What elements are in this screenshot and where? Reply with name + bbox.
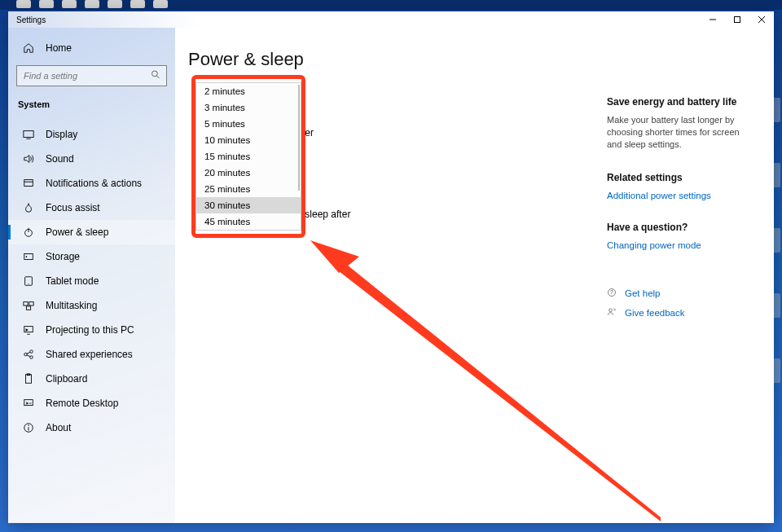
annotation-highlight-box: 2 minutes 3 minutes 5 minutes 10 minutes… xyxy=(191,75,305,238)
search-input[interactable] xyxy=(16,65,167,86)
energy-heading: Save energy and battery life xyxy=(607,96,749,108)
sidebar-item-tablet-mode[interactable]: Tablet mode xyxy=(8,269,175,293)
sidebar-item-about[interactable]: About xyxy=(8,415,175,440)
dropdown-option[interactable]: 25 minutes xyxy=(196,181,301,197)
svg-point-15 xyxy=(28,284,29,284)
dropdown-option[interactable]: 3 minutes xyxy=(196,99,301,116)
sidebar-item-label: Remote Desktop xyxy=(46,398,118,409)
power-icon xyxy=(23,226,34,238)
window-maximize-button[interactable] xyxy=(725,11,749,28)
dropdown-option[interactable]: 20 minutes xyxy=(196,165,301,181)
taskbar-icon[interactable] xyxy=(16,0,31,8)
desktop-taskbar-top xyxy=(0,0,782,10)
svg-line-24 xyxy=(27,355,30,357)
sidebar-item-projecting[interactable]: Projecting to this PC xyxy=(8,318,175,342)
taskbar-icon[interactable] xyxy=(108,0,122,8)
sidebar-home-label: Home xyxy=(46,42,72,54)
additional-power-settings-link[interactable]: Additional power settings xyxy=(607,191,711,200)
svg-rect-1 xyxy=(735,17,740,23)
sidebar-item-sound[interactable]: Sound xyxy=(8,147,175,171)
related-heading: Related settings xyxy=(607,172,749,183)
sidebar-item-storage[interactable]: Storage xyxy=(8,244,175,269)
svg-rect-19 xyxy=(24,327,33,332)
dropdown-option[interactable]: 5 minutes xyxy=(196,116,301,132)
dropdown-scrollbar[interactable] xyxy=(298,85,300,191)
sidebar-item-label: Shared experiences xyxy=(46,349,133,360)
window-title: Settings xyxy=(16,15,46,24)
taskbar-icon[interactable] xyxy=(39,0,54,8)
svg-line-5 xyxy=(157,76,160,78)
taskbar-icon[interactable] xyxy=(153,0,168,8)
dropdown-option[interactable]: 10 minutes xyxy=(196,132,301,148)
sidebar-item-label: Multitasking xyxy=(46,300,97,311)
dropdown-option[interactable]: 15 minutes xyxy=(196,148,301,165)
sidebar-item-notifications[interactable]: Notifications & actions xyxy=(8,171,175,196)
svg-rect-25 xyxy=(26,375,32,384)
sound-icon xyxy=(23,153,34,165)
dropdown-option[interactable]: 45 minutes xyxy=(196,213,301,230)
sidebar-item-label: Sound xyxy=(46,153,74,165)
projecting-icon xyxy=(23,324,34,336)
sidebar-nav: Display Sound Notifications & actions Fo… xyxy=(8,116,175,440)
svg-rect-12 xyxy=(24,254,33,260)
question-heading: Have a question? xyxy=(607,222,749,233)
sidebar-item-label: Focus assist xyxy=(46,202,100,213)
feedback-icon xyxy=(607,307,617,319)
sidebar-item-label: Display xyxy=(46,129,77,140)
window-close-button[interactable] xyxy=(749,11,774,28)
main-pane: Power & sleep after to sleep after 2 min… xyxy=(175,28,774,523)
shared-icon xyxy=(23,349,34,360)
energy-body: Make your battery last longer by choosin… xyxy=(607,114,749,151)
search-icon[interactable] xyxy=(151,70,160,82)
settings-sidebar: Home System Display Sound xyxy=(8,28,175,523)
sidebar-item-label: Projecting to this PC xyxy=(46,324,134,336)
svg-rect-8 xyxy=(24,180,33,187)
sidebar-item-focus-assist[interactable]: Focus assist xyxy=(8,196,175,220)
help-icon: ? xyxy=(607,288,617,299)
svg-rect-6 xyxy=(24,131,33,138)
svg-text:?: ? xyxy=(610,289,613,295)
svg-marker-32 xyxy=(310,240,359,273)
sidebar-item-shared-experiences[interactable]: Shared experiences xyxy=(8,342,175,367)
sidebar-item-multitasking[interactable]: Multitasking xyxy=(8,293,175,318)
clipboard-icon xyxy=(23,373,34,385)
svg-point-31 xyxy=(28,424,29,425)
page-title: Power & sleep xyxy=(188,49,607,70)
sidebar-item-label: About xyxy=(46,422,71,433)
remote-desktop-icon xyxy=(23,398,34,409)
sidebar-item-label: Power & sleep xyxy=(46,226,108,238)
svg-rect-16 xyxy=(24,302,28,306)
sidebar-item-label: Clipboard xyxy=(46,373,87,385)
about-icon xyxy=(23,422,34,433)
sidebar-item-label: Storage xyxy=(46,251,80,262)
taskbar-icon[interactable] xyxy=(130,0,145,8)
taskbar-icon[interactable] xyxy=(62,0,77,8)
multitasking-icon xyxy=(23,300,34,311)
svg-rect-18 xyxy=(26,306,30,310)
sidebar-item-label: Tablet mode xyxy=(46,275,99,287)
sidebar-home[interactable]: Home xyxy=(8,36,175,60)
sidebar-section-label: System xyxy=(8,91,175,116)
sidebar-item-power-sleep[interactable]: Power & sleep xyxy=(8,220,175,244)
sidebar-item-label: Notifications & actions xyxy=(46,178,142,189)
give-feedback-link[interactable]: Give feedback xyxy=(625,308,685,318)
settings-window: Settings Home S xyxy=(8,11,774,523)
svg-point-4 xyxy=(152,71,158,77)
storage-icon xyxy=(23,251,34,262)
dropdown-option-selected[interactable]: 30 minutes xyxy=(196,197,301,213)
window-minimize-button[interactable] xyxy=(701,11,725,28)
sidebar-item-clipboard[interactable]: Clipboard xyxy=(8,367,175,391)
svg-point-13 xyxy=(26,256,28,257)
dropdown-option[interactable]: 2 minutes xyxy=(196,83,301,99)
right-column: Save energy and battery life Make your b… xyxy=(607,49,749,507)
sidebar-item-display[interactable]: Display xyxy=(8,122,175,147)
svg-point-36 xyxy=(609,308,613,311)
changing-power-mode-link[interactable]: Changing power mode xyxy=(607,240,701,250)
sidebar-item-remote-desktop[interactable]: Remote Desktop xyxy=(8,391,175,415)
time-dropdown-list[interactable]: 2 minutes 3 minutes 5 minutes 10 minutes… xyxy=(196,82,301,231)
focus-assist-icon xyxy=(23,202,34,213)
taskbar-icon[interactable] xyxy=(85,0,99,8)
display-icon xyxy=(23,129,34,140)
get-help-link[interactable]: Get help xyxy=(625,288,660,298)
window-titlebar[interactable]: Settings xyxy=(8,11,774,28)
